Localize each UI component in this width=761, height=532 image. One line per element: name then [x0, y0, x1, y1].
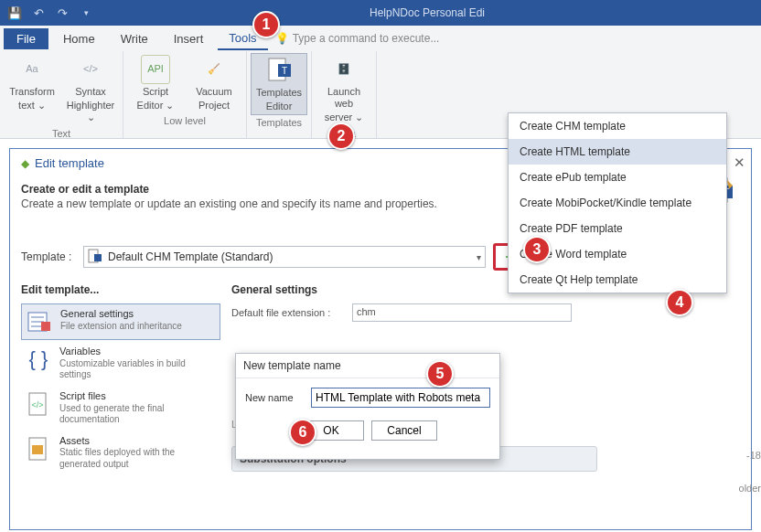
file-menu[interactable]: File [4, 28, 48, 49]
menu-create-qthelp[interactable]: Create Qt Help template [509, 267, 726, 293]
menu-create-html[interactable]: Create HTML template [509, 139, 726, 165]
launch-web-server-button[interactable]: 🗄️ Launch web server ⌄ [316, 53, 372, 126]
ribbon-group-templates: T Templates Editor Templates [247, 51, 312, 138]
tab-home[interactable]: Home [52, 28, 106, 49]
template-mini-icon [88, 249, 102, 266]
dialog-buttons: OK Cancel [245, 417, 490, 450]
qat-more-icon[interactable]: ▾ [75, 2, 97, 24]
default-ext-input[interactable]: chm [352, 303, 572, 322]
nav-general-settings[interactable]: General settings File extension and inhe… [21, 303, 220, 340]
svg-text:T: T [282, 66, 287, 76]
ribbon-group-text: Aa Transform text ⌄ </> Syntax Highlight… [0, 51, 123, 138]
save-icon[interactable]: 💾 [4, 2, 26, 24]
left-nav: Edit template... General settings File e… [21, 283, 220, 473]
close-icon[interactable]: ✕ [734, 154, 745, 171]
panel-title-icon: ◆ [21, 157, 29, 170]
nav-script-files[interactable]: </> Script files Used to generate the fi… [21, 387, 220, 430]
menu-create-epub[interactable]: Create ePub template [509, 165, 726, 190]
default-ext-label: Default file extension : [231, 307, 345, 318]
left-nav-title: Edit template... [21, 283, 220, 296]
command-search[interactable]: 💡 Type a command to execute... [275, 32, 440, 45]
undo-icon[interactable]: ↶ [27, 2, 49, 24]
settings-list-icon [26, 308, 53, 335]
code-icon: </> [76, 55, 105, 84]
svg-text:</>: </> [31, 400, 43, 410]
svg-rect-12 [41, 322, 50, 331]
callout-2: 2 [327, 122, 355, 150]
api-icon: API [141, 55, 170, 84]
syntax-highlighter-button[interactable]: </> Syntax Highlighter ⌄ [62, 53, 119, 126]
group-label-templates: Templates [251, 115, 307, 131]
braces-icon: { } [25, 346, 52, 373]
template-label: Template : [21, 250, 76, 263]
assets-icon [25, 435, 52, 463]
callout-3: 3 [523, 236, 551, 263]
tab-write[interactable]: Write [110, 28, 159, 49]
group-label-text: Text [4, 126, 119, 142]
quick-access-toolbar: 💾 ↶ ↷ ▾ [4, 2, 97, 24]
template-icon: T [264, 56, 294, 85]
group-label-lowlevel: Low level [127, 113, 242, 129]
chevron-down-icon: ▾ [477, 252, 481, 262]
window-titlebar: 💾 ↶ ↷ ▾ HelpNDoc Personal Edi [0, 0, 761, 26]
new-name-row: New name [245, 388, 490, 408]
template-select[interactable]: Default CHM Template (Standard) ▾ [83, 246, 486, 268]
server-icon: 🗄️ [329, 55, 359, 84]
transform-text-button[interactable]: Aa Transform text ⌄ [4, 53, 60, 113]
default-ext-row: Default file extension : chm [231, 303, 740, 322]
cutoff-text-1: -18 [746, 450, 761, 461]
script-editor-button[interactable]: API Script Editor ⌄ [127, 53, 184, 113]
templates-editor-button[interactable]: T Templates Editor [251, 53, 307, 115]
dialog-title: New template name [236, 354, 499, 378]
cancel-button[interactable]: Cancel [371, 420, 437, 441]
template-select-value: Default CHM Template (Standard) [108, 250, 273, 263]
cutoff-text-2: older [739, 483, 761, 494]
callout-5: 5 [426, 360, 454, 388]
script-file-icon: </> [25, 390, 52, 418]
new-name-label: New name [245, 392, 304, 403]
panel-title: Edit template [35, 156, 104, 170]
menu-create-mobi[interactable]: Create MobiPocket/Kindle template [509, 190, 726, 216]
ribbon-group-lowlevel: API Script Editor ⌄ 🧹 Vacuum Project Low… [123, 51, 247, 138]
nav-variables[interactable]: { } Variables Customizable variables in … [21, 342, 220, 385]
window-title: HelpNDoc Personal Edi [97, 6, 757, 19]
callout-4: 4 [666, 289, 693, 316]
svg-rect-16 [32, 445, 43, 454]
command-placeholder: Type a command to execute... [293, 32, 440, 45]
callout-6: 6 [289, 419, 316, 446]
redo-icon[interactable]: ↷ [51, 2, 73, 24]
tab-insert[interactable]: Insert [163, 28, 215, 49]
vacuum-project-button[interactable]: 🧹 Vacuum Project [186, 53, 242, 113]
lightbulb-icon: 💡 [275, 32, 289, 45]
menu-tabs: File Home Write Insert Tools 💡 Type a co… [0, 26, 761, 51]
broom-icon: 🧹 [199, 55, 229, 84]
menu-create-chm[interactable]: Create CHM template [509, 113, 726, 139]
new-name-input[interactable] [311, 388, 490, 408]
new-template-dialog: New template name New name OK Cancel [235, 353, 500, 460]
transform-icon: Aa [17, 55, 47, 84]
callout-1: 1 [252, 11, 280, 38]
nav-assets[interactable]: Assets Static files deployed with the ge… [21, 431, 220, 474]
create-template-menu: Create CHM template Create HTML template… [508, 112, 727, 293]
svg-rect-7 [94, 254, 102, 261]
